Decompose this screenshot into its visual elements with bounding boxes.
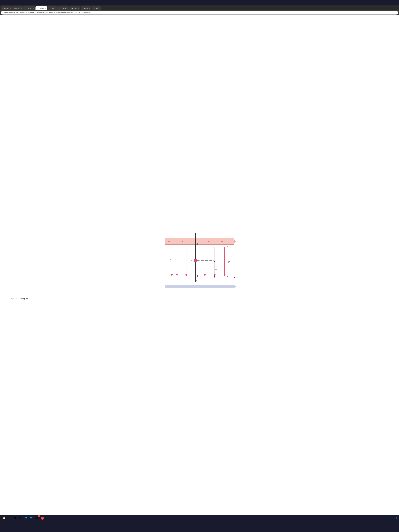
q0-label: q₀ (190, 259, 192, 262)
plus-1: + (168, 240, 170, 243)
tab-close-pearson1[interactable]: × (33, 7, 34, 9)
taskbar-word[interactable]: W (29, 516, 34, 520)
diagram-container: + + + + + − − − − y (0, 15, 399, 515)
tab-pearson2[interactable]: ⊙ Pearson × (36, 6, 47, 10)
minus-3: − (206, 278, 208, 281)
point-a (195, 244, 196, 246)
tab-central[interactable]: IT Central × (58, 6, 69, 10)
tab-favicon-pearson1: ⊙ (25, 7, 26, 9)
tab-close-course[interactable]: × (56, 7, 57, 9)
taskbar: 📁 e ⊞ ⊞ 🌐 W ✉ 4 R 👤 (0, 515, 399, 521)
word-icon: W (30, 517, 33, 519)
apps-icon: ⊞ (19, 517, 21, 519)
minus-4: − (219, 278, 220, 281)
tab-label-lab: Lab (95, 7, 97, 9)
tab-label-pearson1: Pearson (26, 7, 32, 9)
point-b (195, 276, 196, 278)
tab-label-pearson2: Pearson (39, 7, 44, 9)
top-bar (0, 0, 399, 5)
file-explorer-icon: 📁 (2, 517, 5, 519)
d-label: d (228, 260, 230, 263)
tab-course[interactable]: ▪ Course × (48, 6, 58, 10)
taskbar-r-app[interactable]: R (40, 516, 45, 520)
tab-label-rpracti: r_practi (72, 7, 77, 9)
tab-close-myque[interactable]: × (10, 7, 11, 9)
browser-chrome: b My Que × B Homep × ⊙ Pearson × ⊙ Pears… (0, 5, 399, 15)
tab-homepage[interactable]: B Homep × (13, 6, 23, 10)
system-tray-person: 👤 (396, 517, 398, 519)
plus-4: + (208, 240, 210, 243)
E-label: → (169, 258, 171, 261)
y-dimension-label: y (215, 268, 217, 271)
edge-icon: e (9, 517, 10, 519)
tab-favicon-pearson2: ⊙ (37, 7, 38, 9)
taskbar-email[interactable]: ✉ 4 (35, 516, 39, 520)
d-arrow-down (227, 276, 228, 278)
x-axis-arrow (234, 277, 235, 279)
tab-close-rpracti[interactable]: × (78, 7, 79, 9)
tab-label-https: https:// (84, 7, 88, 9)
origin-label: − O (193, 280, 197, 283)
diagram-svg: + + + + + − − − − y (160, 230, 239, 296)
plus-5: + (221, 240, 223, 243)
tab-favicon-course: ▪ (49, 7, 49, 9)
tab-favicon-homepage: B (14, 8, 15, 9)
point-b-label: b (197, 275, 198, 277)
email-badge-count: 4 (38, 515, 40, 517)
point-a-label: a (197, 242, 198, 245)
y-axis-label: y (195, 230, 196, 233)
taskbar-right: 👤 (396, 517, 398, 519)
taskbar-edge[interactable]: e (7, 516, 12, 520)
taskbar-apps[interactable]: ⊞ (18, 516, 23, 520)
tab-close-lab[interactable]: × (99, 7, 99, 9)
minus-2: − (187, 278, 189, 281)
tab-label-homepage: Homep (15, 7, 20, 9)
diagram-wrapper: + + + + + − − − − y (160, 230, 239, 296)
address-text: hallman00643/products/H0IM2WJBBP/pages/a… (3, 12, 92, 13)
tab-favicon-lab: Bb (93, 8, 95, 9)
tab-rpracti[interactable]: ⊙ r_practi × (69, 6, 80, 10)
r-badge: R (41, 517, 44, 520)
tab-lab[interactable]: Bb Lab × (92, 6, 101, 10)
minus-1: − (172, 278, 174, 281)
d-arrow-up (227, 245, 228, 247)
tab-https[interactable]: ⊙ https:// × (81, 6, 91, 10)
address-bar[interactable]: hallman00643/products/H0IM2WJBBP/pages/a… (1, 11, 398, 14)
tab-favicon-myque: b (2, 7, 3, 9)
tab-my-que[interactable]: b My Que × (1, 6, 12, 10)
x-axis-label: x (236, 276, 238, 279)
taskbar-file-explorer[interactable]: 📁 (1, 516, 6, 520)
tab-favicon-https: ⊙ (82, 7, 83, 9)
start-icon: ⊞ (14, 517, 16, 519)
tab-close-https[interactable]: × (89, 7, 90, 9)
tab-pearson1[interactable]: ⊙ Pearson × (23, 6, 35, 10)
tab-label-myque: My Que (4, 7, 9, 9)
bottom-area (0, 521, 399, 532)
y-axis-arrow (195, 233, 196, 234)
tab-favicon-rpracti: ⊙ (70, 7, 72, 9)
tab-bar: b My Que × B Homep × ⊙ Pearson × ⊙ Pears… (0, 5, 399, 10)
tab-close-pearson2[interactable]: × (45, 7, 46, 9)
email-icon: ✉ (36, 517, 38, 519)
browser-content: + + + + + − − − − y (0, 15, 399, 515)
chrome-icon: 🌐 (24, 517, 27, 519)
taskbar-start[interactable]: ⊞ (13, 516, 17, 520)
tab-close-central[interactable]: × (67, 7, 68, 9)
E-label-letter: E (169, 261, 171, 265)
plus-2: + (182, 240, 183, 243)
tab-favicon-central: IT (59, 8, 60, 9)
tab-label-course: Course (50, 7, 55, 9)
taskbar-chrome[interactable]: 🌐 (24, 516, 28, 520)
caption: el plates from Fig. 23.2. (8, 298, 30, 300)
tab-label-central: Central (61, 7, 66, 9)
tab-close-homepage[interactable]: × (21, 7, 22, 9)
